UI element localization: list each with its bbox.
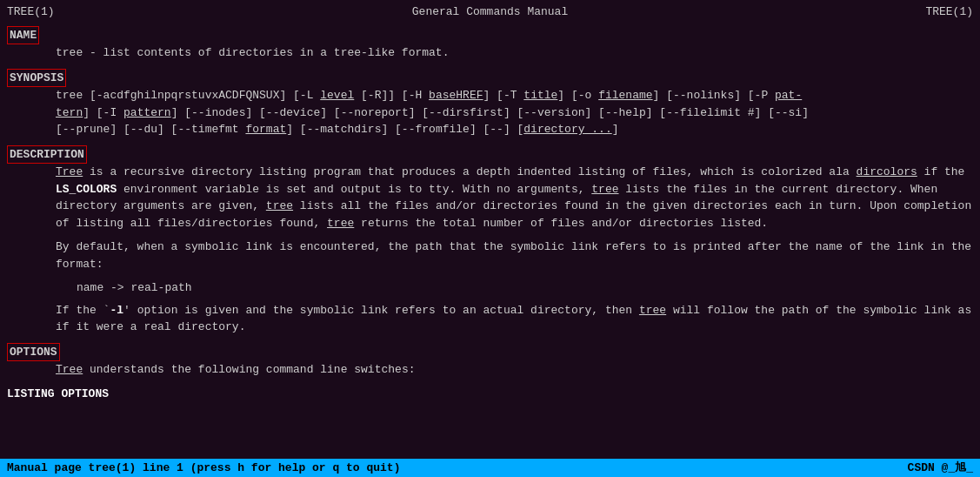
- synopsis-line1: tree [-acdfghilnpqrstuvxACDFQNSUX] [-L l…: [7, 87, 973, 104]
- listing-options-label: LISTING OPTIONS: [7, 386, 973, 403]
- header-left: TREE(1): [7, 3, 55, 21]
- name-content: tree - list contents of directories in a…: [7, 44, 973, 62]
- description-label: DESCRIPTION: [7, 145, 973, 165]
- synopsis-label: SYNOPSIS: [7, 69, 973, 88]
- synopsis-section: SYNOPSIS tree [-acdfghilnpqrstuvxACDFQNS…: [7, 69, 973, 138]
- description-para3: If the `-l' option is given and the symb…: [7, 302, 973, 336]
- name-label: NAME: [7, 26, 973, 45]
- header-center: General Commands Manual: [412, 3, 568, 21]
- options-label: OPTIONS: [7, 343, 973, 362]
- terminal: TREE(1) General Commands Manual TREE(1) …: [0, 0, 980, 477]
- header-right: TREE(1): [925, 3, 973, 21]
- description-para1: Tree is a recursive directory listing pr…: [7, 164, 973, 232]
- status-bar: Manual page tree(1) line 1 (press h for …: [0, 459, 980, 478]
- description-code: name -> real-path: [7, 279, 973, 297]
- synopsis-line3: [--prune] [--du] [--timefmt format] [--m…: [7, 121, 973, 138]
- synopsis-line2: tern] [-I pattern] [--inodes] [--device]…: [7, 104, 973, 122]
- content-area: TREE(1) General Commands Manual TREE(1) …: [7, 3, 973, 454]
- listing-options-section: LISTING OPTIONS: [7, 386, 973, 403]
- status-right: CSDN @_旭_: [908, 460, 973, 477]
- options-content: Tree understands the following command l…: [7, 361, 973, 379]
- status-left: Manual page tree(1) line 1 (press h for …: [7, 460, 400, 477]
- name-section: NAME tree - list contents of directories…: [7, 26, 973, 62]
- manual-header: TREE(1) General Commands Manual TREE(1): [7, 3, 973, 21]
- options-section: OPTIONS Tree understands the following c…: [7, 343, 973, 379]
- description-para2: By default, when a symbolic link is enco…: [7, 238, 973, 272]
- description-section: DESCRIPTION Tree is a recursive director…: [7, 145, 973, 336]
